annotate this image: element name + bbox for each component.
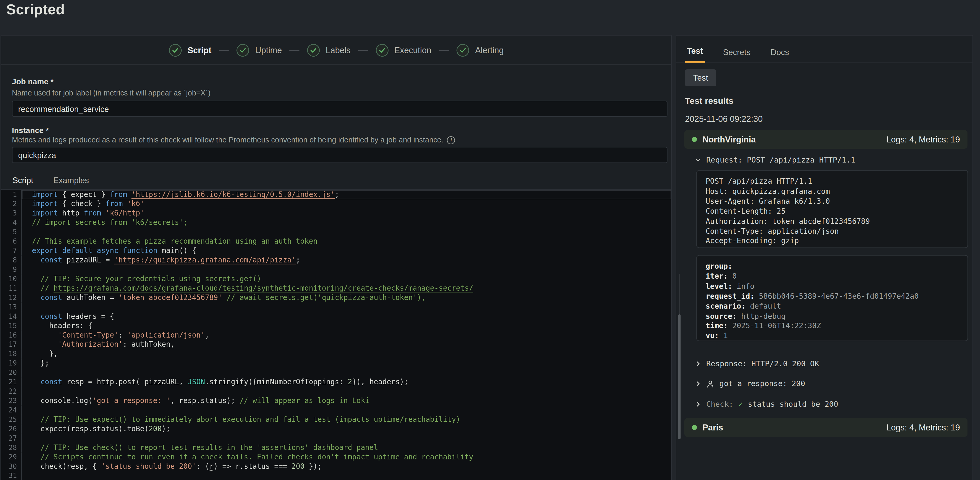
log-field-value: 0 [728, 272, 737, 281]
code-token: pizzaURL = [62, 256, 114, 264]
code-token: ); [162, 424, 170, 433]
code-line[interactable]: 5 [1, 227, 671, 237]
sidebar-scrollbar-thumb[interactable] [678, 314, 681, 439]
code-line[interactable]: 15 headers: { [1, 321, 671, 331]
code-line[interactable]: 20 [1, 368, 671, 377]
step-check-icon [457, 43, 469, 56]
log-field-key: group: [706, 262, 732, 271]
code-token: // TIP: Use check() to report test resul… [40, 443, 378, 452]
code-token: from [105, 199, 123, 208]
code-line[interactable]: 7export default async function main() { [1, 246, 671, 256]
stepper-step-uptime[interactable]: Uptime [236, 43, 282, 56]
code-line[interactable]: 14 const headers = { [1, 312, 671, 321]
log-field-line: source: http-debug [706, 312, 959, 321]
code-line[interactable]: 12 const authToken = 'token abcdef012345… [1, 293, 671, 302]
line-number: 30 [1, 462, 22, 471]
log-field-line: iter: 0 [706, 272, 959, 282]
code-line[interactable]: 23 console.log('got a response: ', resp.… [1, 396, 671, 406]
code-line[interactable]: 2import { check } from 'k6' [1, 199, 671, 209]
code-token: 'status should be 200' [101, 462, 196, 470]
code-line[interactable]: 13 [1, 302, 671, 312]
code-line[interactable]: 1import { expect } from 'https://jslib.k… [1, 190, 671, 199]
code-line-content: // TIP: Secure your credentials using se… [22, 275, 671, 284]
log-section-label: got a response: 200 [719, 379, 805, 388]
instance-description: Metrics and logs produced as a result of… [12, 136, 455, 145]
code-line[interactable]: 10 // TIP: Secure your credentials using… [1, 275, 671, 284]
stepper-step-alerting[interactable]: Alerting [457, 43, 504, 56]
job-name-input[interactable] [12, 101, 668, 117]
stepper-step-execution[interactable]: Execution [375, 43, 431, 56]
tab-docs[interactable]: Docs [768, 48, 791, 62]
code-line[interactable]: 18 }, [1, 349, 671, 359]
code-token: default [62, 246, 92, 255]
code-token: // [40, 284, 54, 293]
log-field-line: scenario: default [706, 302, 959, 312]
log-field-value: 2025-11-06T14:22:30Z [728, 321, 821, 330]
code-line-content [22, 368, 671, 377]
request-section-header[interactable]: Request: POST /api/pizza HTTP/1.1 [695, 155, 855, 165]
line-number: 12 [1, 293, 22, 302]
code-line[interactable]: 6// This example fetches a pizza recomme… [1, 237, 671, 246]
code-line[interactable]: 27 [1, 434, 671, 443]
log-field-line: request_id: 586bb046-5389-4e67-43e6-fd01… [706, 292, 959, 302]
code-token [101, 209, 106, 218]
code-token: // Scripts continue to run even if a che… [40, 452, 473, 461]
code-line[interactable]: 8 const pizzaURL = 'https://quickpizza.g… [1, 256, 671, 265]
code-token: from [110, 190, 127, 199]
code-token [32, 275, 40, 283]
code-line[interactable]: 16 'Content-Type': 'application/json', [1, 331, 671, 340]
code-line[interactable]: 4// import secrets from 'k6/secrets'; [1, 218, 671, 227]
code-line[interactable]: 28 // TIP: Use check() to report test re… [1, 443, 671, 452]
code-line[interactable]: 29 // Scripts continue to run even if a … [1, 452, 671, 462]
probe-row-paris[interactable]: Paris Logs: 4, Metrics: 19 [684, 418, 967, 437]
code-token: 'token abcdef0123456789' [118, 293, 222, 302]
code-line[interactable]: 11 // https://grafana.com/docs/grafana-c… [1, 284, 671, 293]
info-icon[interactable]: i [447, 136, 455, 144]
code-token: r [209, 462, 214, 470]
log-field-key: request_id: [706, 292, 754, 300]
instance-input[interactable] [12, 147, 668, 163]
code-line[interactable]: 9 [1, 265, 671, 275]
line-number: 10 [1, 275, 22, 284]
status-dot [692, 425, 697, 430]
code-line[interactable]: 26 expect(resp.status).toBe(200); [1, 424, 671, 434]
code-token: // await secrets.get('quickpizza-auth-to… [227, 293, 426, 302]
log-section-header[interactable]: got a response: 200 [695, 379, 805, 389]
code-line-content: // Scripts continue to run even if a che… [22, 452, 671, 462]
code-line-content [22, 471, 671, 480]
tab-test[interactable]: Test [685, 46, 705, 63]
line-number: 1 [1, 190, 22, 199]
step-label: Script [188, 45, 212, 55]
code-line[interactable]: 3import http from 'k6/http' [1, 209, 671, 218]
line-number: 14 [1, 312, 22, 321]
check-section-header[interactable]: Check: ✓ status should be 200 [695, 399, 838, 409]
code-line[interactable]: 30 check(resp, { 'status should be 200':… [1, 462, 671, 471]
code-editor[interactable]: 1import { expect } from 'https://jslib.k… [1, 189, 671, 480]
code-line-content: 'Content-Type': 'application/json', [22, 331, 671, 340]
code-line[interactable]: 31 [1, 471, 671, 480]
code-line[interactable]: 17 'Authorization': authToken, [1, 340, 671, 349]
code-line[interactable]: 19 }; [1, 359, 671, 368]
line-number: 5 [1, 227, 22, 237]
response-section-header[interactable]: Response: HTTP/2.0 200 OK [695, 359, 819, 369]
code-line-content: 'Authorization': authToken, [22, 340, 671, 349]
code-token: import [32, 209, 58, 218]
screen: Scripted ScriptUptimeLabelsExecutionAler… [0, 0, 980, 480]
code-token: headers = { [62, 312, 114, 321]
code-token: }), headers); [352, 377, 409, 386]
stepper-step-labels[interactable]: Labels [307, 43, 350, 56]
line-number: 9 [1, 265, 22, 275]
code-token: const [40, 293, 62, 302]
chevron-right-icon [695, 381, 702, 387]
code-token: console.log( [32, 396, 92, 405]
tab-secrets[interactable]: Secrets [721, 48, 752, 62]
code-line[interactable]: 25 // TIP: Use expect() to immediately a… [1, 415, 671, 424]
probe-row-northvirginia[interactable]: NorthVirginia Logs: 4, Metrics: 19 [684, 130, 967, 149]
code-line[interactable]: 21 const resp = http.post( pizzaURL, JSO… [1, 377, 671, 387]
code-token: 'got a response: ' [92, 396, 170, 405]
code-token: const [40, 312, 62, 321]
code-line[interactable]: 22 [1, 387, 671, 396]
code-line[interactable]: 24 [1, 406, 671, 415]
stepper-step-script[interactable]: Script [169, 43, 212, 56]
run-test-button[interactable]: Test [685, 69, 716, 86]
